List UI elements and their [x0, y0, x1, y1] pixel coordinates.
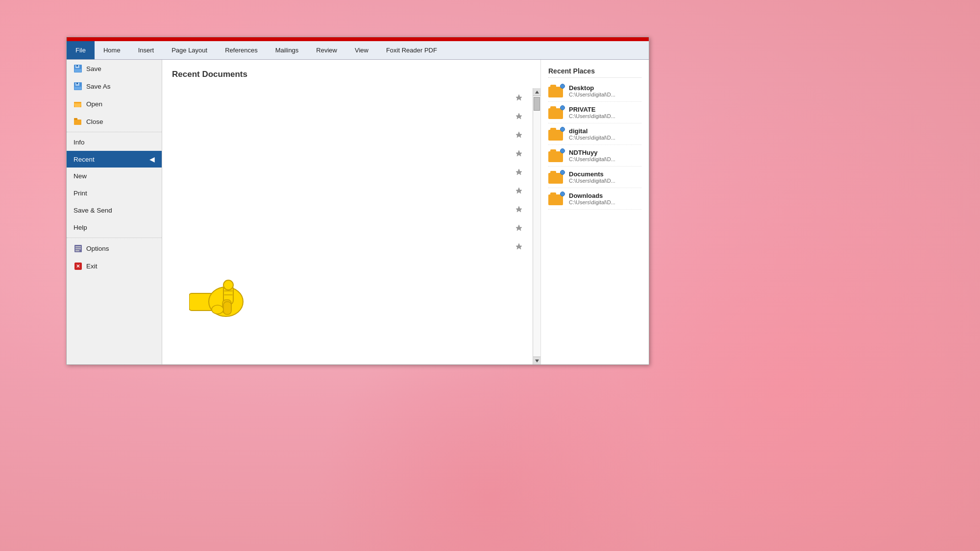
- scrollbar-up-button[interactable]: [533, 88, 540, 96]
- sidebar-item-save-as[interactable]: Save As: [67, 77, 162, 95]
- pin-row-1[interactable]: [515, 88, 523, 107]
- scrollbar-track: [533, 88, 540, 364]
- pin-icon-9: [515, 242, 523, 250]
- svg-rect-12: [74, 118, 77, 120]
- sidebar-item-info[interactable]: Info: [67, 134, 162, 151]
- save-icon: [74, 65, 82, 72]
- exit-icon: ✕: [74, 263, 82, 270]
- svg-marker-18: [535, 359, 539, 362]
- pin-row-5[interactable]: [515, 163, 523, 181]
- tab-foxit[interactable]: Foxit Reader PDF: [377, 41, 446, 59]
- pin-icon-4: [515, 149, 523, 157]
- ribbon-tabs: File Home Insert Page Layout References …: [67, 41, 649, 60]
- pin-icon-2: [515, 112, 523, 120]
- svg-rect-3: [74, 69, 81, 72]
- sidebar-item-help[interactable]: Help: [67, 219, 162, 236]
- tab-view[interactable]: View: [346, 41, 377, 59]
- recent-places-title: Recent Places: [548, 67, 641, 78]
- pin-icon-1: [515, 94, 523, 101]
- tab-page-layout[interactable]: Page Layout: [163, 41, 216, 59]
- sidebar-item-options[interactable]: Options: [67, 240, 162, 257]
- tab-mailings[interactable]: Mailings: [267, 41, 308, 59]
- scrollbar-down-button[interactable]: [533, 357, 540, 364]
- save-icon-box: [74, 64, 82, 73]
- folder-icon-desktop: [548, 85, 564, 97]
- sidebar-item-open[interactable]: Open: [67, 95, 162, 113]
- svg-rect-2: [76, 65, 78, 67]
- main-area: Save Save As: [67, 60, 649, 364]
- svg-marker-17: [535, 91, 539, 94]
- sidebar-item-print[interactable]: Print: [67, 185, 162, 202]
- tab-review[interactable]: Review: [307, 41, 346, 59]
- content-area: Recent Documents: [162, 60, 649, 364]
- pin-icon-3: [515, 131, 523, 139]
- place-item-digital[interactable]: digital C:\Users\digital\D...: [548, 123, 641, 145]
- save-as-icon-box: [74, 82, 82, 91]
- pin-row-4[interactable]: [515, 144, 523, 163]
- svg-marker-10: [74, 103, 81, 107]
- pin-row-6[interactable]: [515, 181, 523, 200]
- pin-row-9[interactable]: [515, 237, 523, 256]
- scroll-up-icon: [535, 91, 539, 94]
- pin-icon-7: [515, 205, 523, 213]
- window-top-bar: [67, 37, 649, 41]
- place-item-ndthuyy[interactable]: NDTHuyy C:\Users\digital\D...: [548, 145, 641, 167]
- svg-rect-6: [76, 83, 78, 84]
- options-icon-box: [74, 244, 82, 253]
- folder-icon-private: [548, 106, 564, 119]
- open-icon-box: [74, 99, 82, 108]
- scroll-down-icon: [535, 359, 539, 362]
- place-item-documents[interactable]: Documents C:\Users\digital\D...: [548, 167, 641, 188]
- place-item-downloads[interactable]: Downloads C:\Users\digital\D...: [548, 188, 641, 210]
- close-folder-icon: [74, 118, 82, 125]
- save-as-icon: [74, 82, 82, 90]
- tab-file[interactable]: File: [67, 41, 95, 59]
- place-item-desktop[interactable]: Desktop C:\Users\digital\D...: [548, 80, 641, 102]
- sidebar-item-close[interactable]: Close: [67, 113, 162, 130]
- tab-references[interactable]: References: [216, 41, 266, 59]
- svg-rect-16: [75, 250, 79, 251]
- app-window: File Home Insert Page Layout References …: [66, 37, 649, 365]
- sidebar-item-new[interactable]: New: [67, 168, 162, 185]
- tab-insert[interactable]: Insert: [129, 41, 163, 59]
- pin-icon-8: [515, 224, 523, 232]
- recent-places-panel: Recent Places Desktop C:\Users\digital\D…: [541, 60, 649, 364]
- svg-rect-9: [74, 102, 77, 103]
- svg-rect-11: [74, 120, 81, 125]
- pin-row-2[interactable]: [515, 107, 523, 125]
- folder-icon-ndthuyy: [548, 149, 564, 162]
- place-item-private[interactable]: PRIVATE C:\Users\digital\D...: [548, 102, 641, 123]
- folder-icon-digital: [548, 128, 564, 141]
- pin-row-8[interactable]: [515, 218, 523, 237]
- svg-rect-15: [75, 248, 81, 249]
- svg-rect-14: [75, 246, 81, 247]
- pin-row-7[interactable]: [515, 200, 523, 218]
- exit-icon-box: ✕: [74, 262, 82, 270]
- open-icon: [74, 100, 82, 107]
- tab-home[interactable]: Home: [95, 41, 129, 59]
- svg-rect-7: [74, 87, 81, 90]
- scrollbar-thumb-area: [533, 96, 540, 357]
- recent-arrow-icon: ◀: [149, 155, 155, 163]
- sidebar-item-recent[interactable]: Recent ◀: [67, 151, 162, 168]
- sidebar-item-save[interactable]: Save: [67, 60, 162, 77]
- scrollbar-thumb[interactable]: [534, 97, 540, 111]
- pin-icon-5: [515, 168, 523, 176]
- folder-icon-documents: [548, 171, 564, 184]
- folder-icon-downloads: [548, 192, 564, 205]
- sidebar-item-save-send[interactable]: Save & Send: [67, 202, 162, 219]
- close-icon-box: [74, 117, 82, 126]
- sidebar-item-exit[interactable]: ✕ Exit: [67, 257, 162, 275]
- pin-icon-6: [515, 187, 523, 194]
- pin-row-3[interactable]: [515, 125, 523, 144]
- sidebar: Save Save As: [67, 60, 162, 364]
- options-icon: [74, 245, 82, 252]
- recent-docs-panel: Recent Documents: [162, 60, 541, 364]
- recent-docs-title: Recent Documents: [172, 70, 531, 79]
